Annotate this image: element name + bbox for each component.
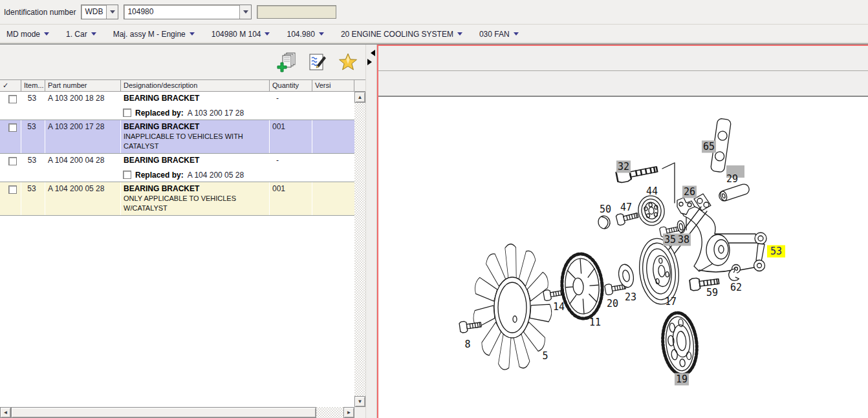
scroll-up-button[interactable]: ▲	[354, 92, 365, 103]
part-label-47[interactable]: 47	[619, 202, 633, 214]
parts-toolbar	[0, 45, 365, 79]
replaced-by-row[interactable]: Replaced by: A 103 200 17 28	[0, 106, 354, 120]
table-row[interactable]: 53 A 103 200 18 28 BEARING BRACKET - Rep…	[0, 92, 354, 120]
part-label-5[interactable]: 5	[541, 350, 549, 362]
edit-note-icon[interactable]	[307, 50, 329, 74]
part-label-35[interactable]: 35	[663, 234, 677, 246]
scroll-right-button[interactable]: ►	[343, 407, 354, 418]
diagram-toolbar-strip-2	[378, 71, 868, 96]
header-item-column[interactable]: Item...	[21, 80, 45, 91]
favorites-star-icon[interactable]	[337, 50, 359, 74]
part-note: ONLY APPLICABLE TO VEHICLES W/CATALYST	[124, 194, 266, 213]
replaced-by-row[interactable]: Replaced by: A 104 200 05 28	[0, 168, 354, 182]
horizontal-scroll-track[interactable]	[316, 407, 343, 418]
part-quantity: 001	[270, 120, 312, 153]
replaced-checkbox[interactable]	[123, 109, 131, 117]
identification-bar: Identification number WDB 104980	[0, 0, 868, 25]
header-version-column[interactable]: Versi	[312, 80, 354, 91]
table-row-selected[interactable]: 53 A 103 200 17 28 BEARING BRACKET INAPP…	[0, 120, 354, 154]
row-checkbox[interactable]	[8, 185, 17, 194]
part-label-19[interactable]: 19	[675, 373, 689, 386]
add-copy-documents-icon[interactable]	[276, 50, 298, 74]
menu-engine-code[interactable]: 104.980	[287, 30, 323, 39]
wdb-code-dropdown-button[interactable]	[106, 5, 118, 19]
panel-splitter[interactable]	[365, 45, 377, 418]
header-check-column[interactable]: ✓	[0, 80, 21, 91]
part-label-11[interactable]: 11	[588, 317, 602, 329]
table-row[interactable]: 53 A 104 200 04 28 BEARING BRACKET - Rep…	[0, 154, 354, 182]
row-checkbox[interactable]	[8, 123, 17, 132]
scroll-down-button[interactable]: ▼	[354, 396, 365, 407]
menu-group-engine-cooling[interactable]: 20 ENGINE COOLING SYSTEM	[341, 30, 462, 39]
diagram-canvas[interactable]: 65322944265047353853142023175962118519	[378, 96, 868, 418]
part-quantity: -	[270, 92, 312, 106]
header-designation-column[interactable]: Designation/description	[121, 80, 270, 91]
parts-table: ✓ Item... Part number Designation/descri…	[0, 79, 354, 407]
table-row-highlighted[interactable]: 53 A 104 200 05 28 BEARING BRACKET ONLY …	[0, 182, 354, 216]
part-label-44[interactable]: 44	[645, 185, 659, 198]
vertical-scroll-track[interactable]	[354, 103, 365, 396]
horizontal-scrollbar[interactable]: ◄ ►	[0, 407, 365, 418]
row-checkbox[interactable]	[8, 95, 17, 103]
secondary-id-field[interactable]	[257, 5, 336, 19]
part-label-26[interactable]: 26	[682, 186, 697, 198]
menu-car[interactable]: 1. Car	[66, 30, 96, 39]
part-label-20[interactable]: 20	[605, 298, 620, 310]
part-label-29[interactable]: 29	[725, 173, 739, 185]
chevron-down-icon	[110, 10, 115, 16]
chevron-down-icon	[514, 32, 519, 38]
part-version	[312, 182, 354, 215]
header-quantity-column[interactable]: Quantity	[270, 80, 312, 91]
part-version	[312, 120, 354, 153]
wdb-code-select[interactable]: WDB	[81, 5, 118, 19]
part-label-32[interactable]: 32	[616, 161, 631, 173]
identification-number-dropdown-button[interactable]	[239, 5, 251, 19]
chevron-down-icon	[265, 32, 270, 38]
part-number: A 103 200 18 28	[45, 92, 121, 106]
collapse-left-icon[interactable]	[367, 50, 375, 56]
diagram-toolbar-strip-1	[378, 46, 868, 70]
menu-major-assy-engine[interactable]: Maj. assy M - Engine	[113, 30, 195, 39]
table-empty-area	[0, 216, 354, 407]
part-label-8[interactable]: 8	[463, 339, 472, 351]
part-note: INAPPLICABLE TO VEHICLES WITH CATALYST	[124, 132, 266, 151]
item-number: 53	[21, 154, 45, 168]
part-label-17[interactable]: 17	[664, 296, 678, 308]
row-checkbox[interactable]	[8, 157, 17, 165]
part-label-14[interactable]: 14	[552, 301, 566, 313]
scroll-left-button[interactable]: ◄	[0, 407, 11, 418]
identification-number-combo[interactable]: 104980	[124, 5, 252, 19]
part-quantity: -	[270, 154, 312, 168]
chevron-down-icon	[457, 32, 462, 38]
chevron-down-icon	[319, 32, 324, 38]
identification-label: Identification number	[4, 8, 76, 17]
vertical-scrollbar[interactable]: ▲ ▼	[354, 79, 365, 407]
header-part-number-column[interactable]: Part number	[45, 80, 121, 91]
part-designation: BEARING BRACKET	[121, 154, 270, 168]
part-designation: BEARING BRACKET	[121, 92, 270, 106]
replaced-checkbox[interactable]	[123, 171, 131, 179]
chevron-down-icon	[243, 10, 248, 16]
collapse-right-icon[interactable]	[367, 59, 375, 65]
item-number: 53	[21, 92, 45, 106]
horizontal-scroll-thumb[interactable]	[11, 407, 316, 418]
parts-table-header: ✓ Item... Part number Designation/descri…	[0, 79, 354, 92]
part-designation: BEARING BRACKET INAPPLICABLE TO VEHICLES…	[121, 120, 270, 153]
part-label-50[interactable]: 50	[598, 204, 613, 216]
part-label-62[interactable]: 62	[729, 282, 743, 294]
part-number: A 104 200 05 28	[45, 182, 121, 215]
identification-number-value: 104980	[124, 5, 239, 19]
part-quantity: 001	[270, 182, 312, 215]
part-label-65[interactable]: 65	[702, 141, 716, 153]
parts-list-panel: ✓ Item... Part number Designation/descri…	[0, 45, 365, 418]
item-number: 53	[21, 120, 45, 153]
menu-md-mode[interactable]: MD mode	[6, 30, 49, 39]
part-label-38[interactable]: 38	[677, 234, 691, 246]
replaced-by-label: Replaced by:	[135, 109, 184, 118]
menu-model[interactable]: 104980 M 104	[212, 30, 270, 39]
part-label-53[interactable]: 53	[767, 246, 785, 258]
menu-subgroup-fan[interactable]: 030 FAN	[479, 30, 519, 39]
part-label-59[interactable]: 59	[705, 287, 719, 299]
parts-table-wrap: ✓ Item... Part number Designation/descri…	[0, 79, 365, 407]
part-label-23[interactable]: 23	[624, 291, 638, 304]
